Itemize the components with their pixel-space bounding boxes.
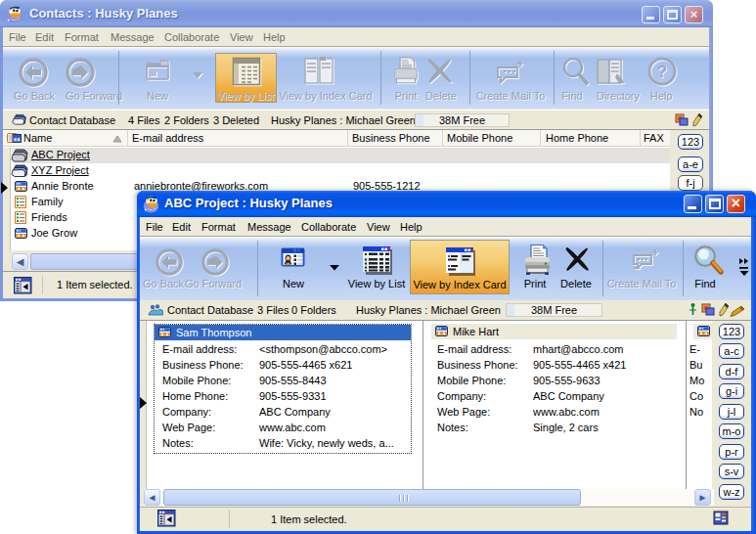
svg-text:?: ? xyxy=(657,63,667,81)
